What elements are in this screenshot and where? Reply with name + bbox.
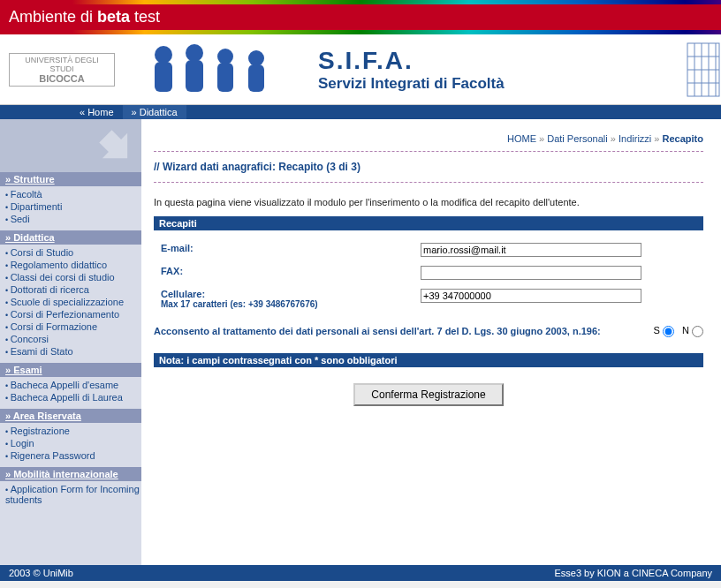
svg-point-4 <box>217 49 233 64</box>
sidebar-item[interactable]: Rigenera Password <box>4 449 141 462</box>
sidebar-section-head: » Strutture <box>0 172 141 186</box>
sidebar-item[interactable]: Scuole di specializzazione <box>4 296 141 308</box>
logo-line1: UNIVERSITÀ DEGLI STUDI <box>13 56 110 73</box>
sidebar-item-link[interactable]: Dottorati di ricerca <box>11 284 89 295</box>
band-note: Nota: i campi contrassegnati con * sono … <box>154 353 703 367</box>
logo-line2: BICOCCA <box>13 73 110 84</box>
content-area: HOME » Dati Personali » Indirizzi » Reca… <box>141 119 721 565</box>
sidebar-item[interactable]: Corsi di Formazione <box>4 320 141 333</box>
sidebar-item[interactable]: Classi dei corsi di studio <box>4 271 141 283</box>
footer-left: 2003 © UniMib <box>9 568 73 578</box>
nav-didattica[interactable]: » Didattica <box>123 105 186 119</box>
sifa-title: S.I.F.A. <box>318 47 505 75</box>
sidebar-item[interactable]: Corsi di Perfezionamento <box>4 308 141 320</box>
environment-banner: Ambiente di beta test <box>0 4 721 30</box>
sidebar-item[interactable]: Facoltà <box>4 188 141 200</box>
row-fax: FAX: <box>156 262 702 283</box>
cell-label: Cellulare: <box>161 289 408 299</box>
svg-rect-1 <box>155 62 172 92</box>
sidebar-item[interactable]: Registrazione <box>4 425 141 437</box>
band-recapiti: Recapiti <box>154 216 703 230</box>
env-suffix: test <box>130 8 160 26</box>
sidebar-item-link[interactable]: Bacheca Appelli d'esame <box>11 380 119 390</box>
header-center: S.I.F.A. Servizi Integrati di Facoltà <box>124 34 686 104</box>
sidebar-item-link[interactable]: Concorsi <box>11 334 49 344</box>
row-email: E-mail: <box>156 239 702 260</box>
top-nav: « Home » Didattica <box>0 105 721 119</box>
cell-field[interactable] <box>421 289 641 303</box>
intro-text: In questa pagina viene visualizzato il m… <box>154 188 703 215</box>
form-table: E-mail: FAX: Cellulare: Max 17 caratteri… <box>154 237 703 314</box>
env-prefix: Ambiente di <box>9 8 97 26</box>
breadcrumb-sep: » <box>539 133 547 144</box>
header: UNIVERSITÀ DEGLI STUDI BICOCCA S.I.F.A. … <box>0 34 721 105</box>
sidebar-item-link[interactable]: Login <box>11 438 34 449</box>
dashed-separator <box>154 182 703 183</box>
sidebar-section-head: » Mobilità internazionale <box>0 467 141 481</box>
sidebar-item[interactable]: Application Form for Incoming students <box>4 483 141 506</box>
sidebar-item-link[interactable]: Bacheca Appelli di Laurea <box>11 392 123 403</box>
sidebar-item[interactable]: Corsi di Studio <box>4 246 141 259</box>
sidebar-item[interactable]: Dipartimenti <box>4 200 141 213</box>
arrow-down-right-icon <box>97 128 133 163</box>
email-label: E-mail: <box>156 239 414 260</box>
svg-rect-5 <box>217 63 233 92</box>
arrow-decoration <box>0 119 141 172</box>
sidebar-item-link[interactable]: Corsi di Formazione <box>11 321 97 332</box>
footer-right: Esse3 by KION a CINECA Company <box>554 568 712 578</box>
sifa-title-block: S.I.F.A. Servizi Integrati di Facoltà <box>318 47 505 93</box>
sidebar-item-link[interactable]: Rigenera Password <box>11 450 95 461</box>
breadcrumb-l1[interactable]: Dati Personali <box>547 133 607 144</box>
sidebar-item-link[interactable]: Regolamento didattico <box>11 260 107 270</box>
sidebar-item-link[interactable]: Classi dei corsi di studio <box>11 272 115 283</box>
people-silhouette-icon <box>141 39 292 101</box>
university-logo: UNIVERSITÀ DEGLI STUDI BICOCCA <box>0 34 124 104</box>
sidebar-item[interactable]: Concorsi <box>4 333 141 345</box>
breadcrumb-sep: » <box>611 133 619 144</box>
breadcrumb-home[interactable]: HOME <box>507 133 536 144</box>
email-field[interactable] <box>421 243 641 257</box>
sidebar-item-link[interactable]: Application Form for Incoming students <box>5 484 140 505</box>
sifa-subtitle: Servizi Integrati di Facoltà <box>318 75 505 93</box>
cell-hint: Max 17 caratteri (es: +39 3486767676) <box>161 299 408 309</box>
sidebar-item[interactable]: Bacheca Appelli d'esame <box>4 379 141 391</box>
submit-row: Conferma Registrazione <box>154 383 703 406</box>
svg-point-0 <box>155 46 172 64</box>
fax-field[interactable] <box>421 266 641 280</box>
sidebar-item-link[interactable]: Corsi di Studio <box>11 247 74 258</box>
sidebar-item[interactable]: Regolamento didattico <box>4 259 141 271</box>
sidebar-item[interactable]: Bacheca Appelli di Laurea <box>4 391 141 403</box>
sidebar-item[interactable]: Sedi <box>4 213 141 225</box>
consent-text: Acconsento al trattamento dei dati perso… <box>154 326 653 336</box>
svg-point-6 <box>248 50 264 66</box>
confirm-registration-button[interactable]: Conferma Registrazione <box>353 383 503 406</box>
breadcrumb-current: Recapito <box>663 133 703 144</box>
consent-row: Acconsento al trattamento dei dati perso… <box>154 325 703 337</box>
fax-label: FAX: <box>156 262 414 283</box>
sidebar-item-link[interactable]: Scuole di specializzazione <box>11 297 124 307</box>
sidebar-item-link[interactable]: Registrazione <box>11 426 70 436</box>
svg-rect-3 <box>186 60 203 92</box>
sidebar-section-head: » Esami <box>0 363 141 377</box>
env-bold: beta <box>97 8 130 26</box>
consent-radio-n[interactable] <box>692 326 703 337</box>
sidebar-item[interactable]: Dottorati di ricerca <box>4 283 141 296</box>
sidebar-item-link[interactable]: Dipartimenti <box>11 201 63 212</box>
sidebar-item[interactable]: Esami di Stato <box>4 345 141 358</box>
sidebar-section-head: » Didattica <box>0 230 141 245</box>
svg-rect-7 <box>248 64 264 92</box>
sidebar-item-link[interactable]: Corsi di Perfezionamento <box>11 309 120 320</box>
sidebar-item[interactable]: Login <box>4 437 141 449</box>
footer: 2003 © UniMib Esse3 by KION a CINECA Com… <box>0 565 721 581</box>
consent-s-label: S <box>653 325 659 335</box>
sidebar-item-link[interactable]: Facoltà <box>11 189 42 200</box>
consent-n-label: N <box>682 325 689 335</box>
sidebar-item-link[interactable]: Esami di Stato <box>11 346 73 357</box>
consent-radio-s[interactable] <box>663 326 674 337</box>
sidebar-item-link[interactable]: Sedi <box>11 214 30 224</box>
svg-point-2 <box>186 44 203 62</box>
breadcrumb-l2[interactable]: Indirizzi <box>619 133 651 144</box>
nav-home[interactable]: « Home <box>71 105 123 119</box>
dashed-separator <box>154 151 703 152</box>
sidebar-section-head: » Area Riservata <box>0 409 141 423</box>
